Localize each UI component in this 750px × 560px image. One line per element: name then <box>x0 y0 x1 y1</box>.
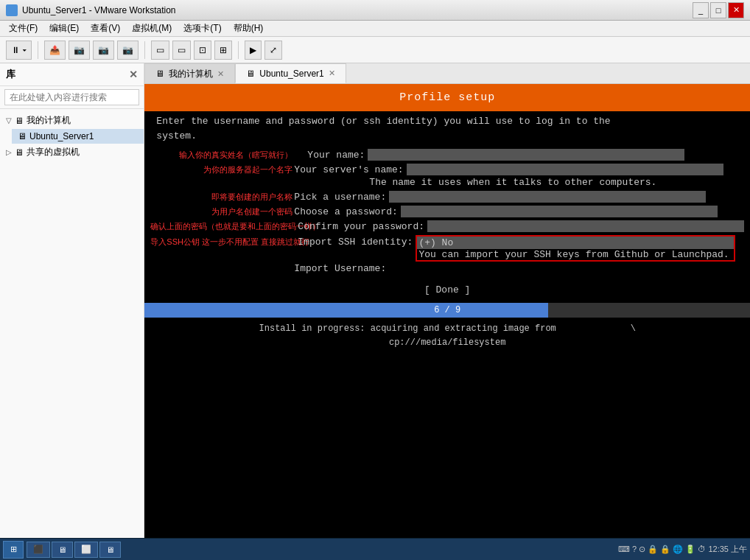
done-button-area: [ Done ] <box>144 277 750 303</box>
tab-ubuntu-server[interactable]: 🖥 Ubuntu_Server1 ✕ <box>235 63 346 83</box>
annotation-ssh: 导入SSH公钥 这一步不用配置 直接跳过就行 <box>150 235 298 248</box>
annotation-server-name: 为你的服务器起一个名字 <box>150 164 294 175</box>
toolbar-separator-3 <box>238 41 239 59</box>
label-confirm-password: Confirm your password: <box>298 221 427 232</box>
expand-icon-shared: ▷ <box>6 148 12 156</box>
toolbar-console[interactable]: ▶ <box>245 41 262 60</box>
done-button[interactable]: [ Done ] <box>424 284 470 295</box>
tab-icon-ubuntu-server: 🖥 <box>246 69 255 79</box>
progress-label: 6 / 9 <box>144 303 750 318</box>
tab-close-my-computer[interactable]: ✕ <box>217 69 224 79</box>
sidebar-header: 库 ✕ <box>0 63 144 86</box>
install-suffix: \ <box>631 323 636 334</box>
tree-icon-computer: 🖥 <box>15 116 24 126</box>
field-confirm-password-row: 确认上面的密码（也就是要和上面的密码一样） Confirm your passw… <box>150 220 744 232</box>
window-title: Ubuntu_Server1 - VMware Workstation <box>22 5 693 15</box>
tab-icon-my-computer: 🖥 <box>155 69 164 79</box>
sidebar-item-my-computer[interactable]: ▽ 🖥 我的计算机 <box>0 112 144 129</box>
taskbar-item-terminal[interactable]: ⬛ <box>27 542 50 558</box>
label-ssh: Import SSH identity: <box>298 235 416 248</box>
toolbar-snapshot2[interactable]: 📷 <box>93 41 114 60</box>
sidebar-tree: ▽ 🖥 我的计算机 🖥 Ubuntu_Server1 ▷ 🖥 共享的虚拟机 <box>0 109 144 538</box>
minimize-button[interactable]: _ <box>693 2 709 18</box>
toolbar-separator-1 <box>38 41 38 59</box>
tab-label-my-computer: 我的计算机 <box>169 68 213 80</box>
field-import-username-row: Import Username: <box>150 263 744 274</box>
maximize-button[interactable]: □ <box>710 2 726 18</box>
sidebar-item-label-ubuntu: Ubuntu_Server1 <box>29 131 94 141</box>
install-line2: cp:///media/filesystem <box>144 336 750 350</box>
main-layout: 库 ✕ ▽ 🖥 我的计算机 🖥 Ubuntu_Server1 ▷ 🖥 共享的虚拟… <box>0 63 750 538</box>
toolbar-pause-button[interactable]: ⏸ ▾ <box>6 41 32 60</box>
taskbar-tray: ⌨ ? ⊙ 🔒 🔒 🌐 🔋 ⏱ 12:35 上午 <box>618 544 747 555</box>
field-username-row: 即将要创建的用户名称 Pick a username: <box>150 191 744 203</box>
tab-label-ubuntu-server: Ubuntu_Server1 <box>259 69 323 79</box>
menu-file[interactable]: 文件(F) <box>3 21 43 36</box>
menu-help[interactable]: 帮助(H) <box>228 21 270 36</box>
menu-tabs[interactable]: 选项卡(T) <box>178 21 227 36</box>
annotation-your-name: 输入你的真实姓名（瞎写就行） <box>150 150 294 161</box>
menu-view[interactable]: 查看(V) <box>85 21 126 36</box>
toolbar-view1[interactable]: ▭ <box>151 41 169 60</box>
taskbar-start-button[interactable]: ⊞ <box>3 541 24 559</box>
taskbar: ⊞ ⬛ 🖥 ⬜ 🖥 ⌨ ? ⊙ 🔒 🔒 🌐 🔋 ⏱ 12:35 上午 <box>0 538 750 560</box>
label-password: Choose a password: <box>294 206 400 217</box>
toolbar-send-to-remote[interactable]: 📤 <box>44 41 66 60</box>
menu-vm[interactable]: 虚拟机(M) <box>126 21 178 36</box>
install-text-area: Install in progress: acquiring and extra… <box>144 318 750 354</box>
toolbar-snapshot1[interactable]: 📷 <box>69 41 90 60</box>
ssh-highlight-box: (+) No You can import your SSH keys from… <box>416 235 735 262</box>
tray-icons: ⌨ ? ⊙ 🔒 🔒 🌐 🔋 ⏱ 12:35 上午 <box>618 544 747 555</box>
toolbar-view3[interactable]: ⊡ <box>194 41 211 60</box>
sidebar-item-shared-vm[interactable]: ▷ 🖥 共享的虚拟机 <box>0 144 144 161</box>
sidebar-title: 库 <box>6 68 15 81</box>
close-button[interactable]: ✕ <box>728 2 744 18</box>
field-server-name-row: 为你的服务器起一个名字 Your server's name: <box>150 164 744 175</box>
window-controls[interactable]: _ □ ✕ <box>693 2 744 18</box>
field-password-row: 为用户名创建一个密码 Choose a password: <box>150 206 744 217</box>
field-your-name-row: 输入你的真实姓名（瞎写就行） Your name: <box>150 149 744 161</box>
menu-edit[interactable]: 编辑(E) <box>43 21 85 36</box>
intro-text: Enter the username and password (or ssh … <box>144 111 750 149</box>
sidebar-search-container <box>0 86 144 109</box>
input-password[interactable] <box>401 206 718 217</box>
tree-icon-shared: 🖥 <box>15 147 24 158</box>
label-username: Pick a username: <box>294 192 389 203</box>
title-bar: Ubuntu_Server1 - VMware Workstation _ □ … <box>0 0 750 21</box>
form-area: 输入你的真实姓名（瞎写就行） Your name: 为你的服务器起一个名字 Yo… <box>144 149 750 277</box>
expand-icon-my-computer: ▽ <box>6 116 12 125</box>
sidebar-close-button[interactable]: ✕ <box>129 69 138 80</box>
toolbar-view2[interactable]: ▭ <box>172 41 191 60</box>
vm-display[interactable]: Profile setup Enter the username and pas… <box>144 84 750 538</box>
annotation-password: 为用户名创建一个密码 <box>150 206 294 217</box>
tabs: 🖥 我的计算机 ✕ 🖥 Ubuntu_Server1 ✕ <box>144 63 750 84</box>
annotation-username: 即将要创建的用户名称 <box>150 192 294 203</box>
label-your-name: Your name: <box>294 150 368 161</box>
tree-children-my-computer: 🖥 Ubuntu_Server1 <box>0 129 144 144</box>
install-line1: Install in progress: acquiring and extra… <box>144 322 750 336</box>
ssh-value[interactable]: (+) No <box>417 237 734 249</box>
input-your-name[interactable] <box>368 149 684 161</box>
toolbar-view4[interactable]: ⊞ <box>214 41 232 60</box>
input-confirm-password[interactable] <box>427 220 744 232</box>
taskbar-item-vm2[interactable]: ⬜ <box>74 542 98 558</box>
tab-container: 🖥 我的计算机 ✕ 🖥 Ubuntu_Server1 ✕ Profile set… <box>144 63 750 538</box>
input-server-name[interactable] <box>407 164 723 175</box>
progress-bar-container: 6 / 9 <box>144 303 750 318</box>
intro-line1: Enter the username and password (or ssh … <box>156 116 610 127</box>
taskbar-item-vm3[interactable]: 🖥 <box>99 542 121 558</box>
field-ssh-row: 导入SSH公钥 这一步不用配置 直接跳过就行 Import SSH identi… <box>150 235 744 262</box>
sidebar-search-input[interactable] <box>4 89 139 105</box>
tab-my-computer[interactable]: 🖥 我的计算机 ✕ <box>144 63 235 83</box>
annotation-confirm-password: 确认上面的密码（也就是要和上面的密码一样） <box>150 221 298 232</box>
toolbar-snapshot3[interactable]: 📷 <box>117 41 139 60</box>
tab-close-ubuntu-server[interactable]: ✕ <box>329 69 335 78</box>
ssh-hint: You can import your SSH keys from Github… <box>417 249 734 260</box>
toolbar: ⏸ ▾ 📤 📷 📷 📷 ▭ ▭ ⊡ ⊞ ▶ ⤢ <box>0 37 750 63</box>
sidebar-item-label-shared: 共享的虚拟机 <box>27 146 80 158</box>
toolbar-separator-2 <box>144 41 145 59</box>
input-username[interactable] <box>389 191 706 203</box>
toolbar-fullscreen[interactable]: ⤢ <box>264 41 282 60</box>
taskbar-item-vm1[interactable]: 🖥 <box>52 542 73 558</box>
sidebar-item-ubuntu-server[interactable]: 🖥 Ubuntu_Server1 <box>12 129 144 144</box>
